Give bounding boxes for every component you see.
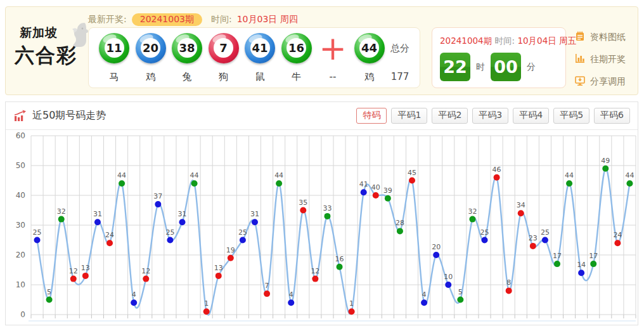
ball-number: 38 bbox=[177, 38, 197, 58]
countdown-minutes: 00 bbox=[491, 53, 521, 81]
trend-line-chart: 0102030405060255321213312444412372531441… bbox=[6, 130, 638, 324]
zodiac-label: 狗 bbox=[219, 71, 228, 83]
tab-特码[interactable]: 特码 bbox=[356, 108, 387, 124]
data-point bbox=[82, 273, 89, 279]
data-point bbox=[361, 189, 367, 195]
data-point bbox=[252, 219, 258, 225]
plus-label: -- bbox=[330, 71, 337, 82]
data-point-label: 32 bbox=[468, 207, 477, 216]
tab-平码5[interactable]: 平码5 bbox=[553, 108, 589, 124]
main-ball-cell: 7狗 bbox=[209, 33, 239, 83]
data-point bbox=[469, 216, 475, 223]
data-point-label: 44 bbox=[565, 171, 574, 179]
countdown: 22 时 00 分 bbox=[440, 53, 558, 81]
data-point bbox=[566, 180, 572, 186]
lottery-ball: 16 bbox=[281, 33, 312, 63]
data-point bbox=[626, 180, 633, 186]
data-point-label: 33 bbox=[323, 204, 332, 212]
lottery-ball: 41 bbox=[245, 33, 275, 63]
data-point bbox=[518, 210, 524, 216]
logo-line1: 新加坡 bbox=[20, 25, 93, 41]
main-ball-cell: 20鸡 bbox=[136, 33, 166, 83]
svg-text:40: 40 bbox=[16, 191, 25, 200]
countdown-hours: 22 bbox=[440, 53, 470, 81]
data-point bbox=[530, 243, 536, 249]
latest-draw-label: 最新开奖: bbox=[88, 14, 127, 25]
data-point bbox=[482, 237, 488, 244]
data-point-label: 24 bbox=[613, 231, 622, 239]
data-point bbox=[385, 195, 391, 202]
tab-平码2[interactable]: 平码2 bbox=[432, 108, 468, 124]
notebook-icon bbox=[574, 30, 586, 44]
data-point-label: 31 bbox=[250, 210, 259, 218]
svg-text:30: 30 bbox=[16, 221, 25, 230]
svg-text:50: 50 bbox=[16, 161, 25, 170]
data-point bbox=[300, 207, 306, 214]
data-point-label: 44 bbox=[625, 171, 634, 179]
data-point-label: 25 bbox=[541, 228, 550, 237]
data-point-label: 49 bbox=[601, 157, 610, 165]
special-ball-cell: 44鸡 bbox=[354, 33, 385, 83]
data-point-label: 12 bbox=[311, 267, 319, 275]
plus-cell: +-- bbox=[318, 33, 348, 82]
logo-line2: 六合彩 bbox=[15, 42, 93, 69]
link-label: 资料图纸 bbox=[590, 32, 626, 43]
data-point bbox=[324, 213, 330, 219]
link-label: 分享调用 bbox=[590, 76, 626, 88]
data-point-label: 40 bbox=[371, 183, 380, 192]
data-point-label: 44 bbox=[274, 171, 283, 179]
data-point-label: 5 bbox=[47, 288, 51, 296]
data-point bbox=[203, 308, 210, 315]
data-point bbox=[409, 178, 415, 184]
trend-header: 近50期号码走势 特码平码1平码2平码3平码4平码5平码6 bbox=[6, 102, 638, 130]
total-cell: 总分177 bbox=[390, 33, 409, 82]
data-point-label: 31 bbox=[178, 210, 187, 218]
tab-平码6[interactable]: 平码6 bbox=[594, 108, 630, 124]
data-point-label: 28 bbox=[396, 219, 404, 227]
main-ball-cell: 16牛 bbox=[281, 33, 312, 83]
svg-text:0: 0 bbox=[20, 310, 25, 319]
data-point-label: 44 bbox=[117, 171, 126, 179]
data-point bbox=[397, 228, 403, 234]
lottery-ball: 38 bbox=[172, 33, 202, 63]
data-point-label: 13 bbox=[81, 264, 90, 272]
quick-links: 资料图纸往期开奖分享调用 bbox=[574, 31, 626, 98]
data-point bbox=[179, 219, 186, 225]
link-bar-chart[interactable]: 往期开奖 bbox=[574, 53, 626, 66]
data-point-label: 4 bbox=[289, 290, 293, 299]
data-point bbox=[288, 299, 294, 306]
lottery-ball: 7 bbox=[209, 33, 239, 63]
data-point-label: 4 bbox=[132, 290, 136, 299]
data-point-label: 17 bbox=[589, 252, 598, 260]
svg-text:10: 10 bbox=[16, 280, 25, 289]
data-point-label: 32 bbox=[57, 207, 66, 216]
data-point bbox=[494, 174, 500, 181]
svg-text:60: 60 bbox=[16, 131, 25, 140]
data-point bbox=[337, 264, 343, 270]
data-point bbox=[373, 192, 379, 199]
data-point-label: 37 bbox=[153, 192, 162, 200]
tab-平码4[interactable]: 平码4 bbox=[513, 108, 549, 124]
trend-chart-icon bbox=[13, 110, 27, 122]
plus-icon: + bbox=[318, 33, 348, 63]
minutes-unit-label: 分 bbox=[527, 62, 536, 73]
next-draw-date: 10月04日 周五 bbox=[517, 36, 576, 46]
tab-平码1[interactable]: 平码1 bbox=[391, 108, 427, 124]
next-draw-info: 20241004期 时间: 10月04日 周五 bbox=[440, 36, 558, 47]
data-point bbox=[240, 237, 246, 244]
data-point bbox=[312, 276, 318, 282]
tab-平码3[interactable]: 平码3 bbox=[472, 108, 508, 124]
data-point-label: 10 bbox=[444, 273, 453, 281]
data-point-label: 1 bbox=[349, 299, 354, 308]
data-point bbox=[614, 240, 621, 246]
data-point-label: 46 bbox=[493, 166, 501, 174]
next-issue: 20241004期 bbox=[440, 36, 492, 46]
data-point bbox=[578, 270, 584, 276]
main-ball-cell: 41鼠 bbox=[245, 33, 275, 83]
data-point bbox=[106, 240, 113, 246]
link-share[interactable]: 分享调用 bbox=[574, 75, 626, 88]
data-point-label: 41 bbox=[359, 180, 368, 188]
zodiac-label: 牛 bbox=[292, 71, 301, 83]
data-point bbox=[506, 287, 512, 294]
link-notebook[interactable]: 资料图纸 bbox=[574, 31, 626, 44]
